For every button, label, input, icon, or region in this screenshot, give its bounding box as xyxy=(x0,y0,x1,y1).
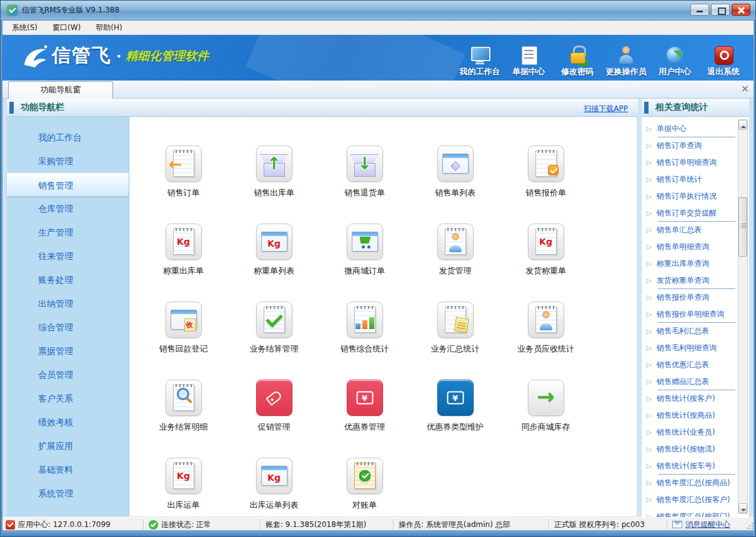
close-button[interactable] xyxy=(732,4,750,16)
settlement-detail-magnifier-icon xyxy=(166,380,202,416)
grid-item-sales-order[interactable]: ← 销售订单 xyxy=(138,145,229,224)
triangle-marker-icon: ▷ xyxy=(642,327,657,335)
sidebar-item-purchase[interactable]: 采购管理 xyxy=(7,149,129,173)
query-link[interactable]: ▷ 销售统计(业务员) xyxy=(642,424,749,441)
shipment-weighing-kg-icon: Kg xyxy=(528,224,564,260)
tab-strip: 功能导航窗 xyxy=(1,81,755,99)
grid-item-settlement-management[interactable]: 业务结算管理 xyxy=(229,302,319,380)
grid-item-label: 销售报价单 xyxy=(525,187,566,199)
query-link[interactable]: ▷ 销售单汇总表 xyxy=(642,222,749,239)
grid-item-salesman-receivable[interactable]: 业务员应收统计 xyxy=(500,302,591,380)
tool-change-password[interactable]: 修改密码 xyxy=(553,45,602,77)
query-link[interactable]: ▷ 销售单明细查询 xyxy=(642,239,749,255)
sidebar-item-bills[interactable]: 票据管理 xyxy=(7,339,129,363)
grid-item-weighing-list[interactable]: Kg 称重单列表 xyxy=(229,224,319,302)
grid-item-coupon-type[interactable]: ¥ 优惠券类型维护 xyxy=(410,380,500,458)
sidebar-item-warehouse[interactable]: 仓库管理 xyxy=(7,197,129,220)
resize-grip[interactable] xyxy=(746,522,754,530)
grid-item-settlement-detail[interactable]: 业务结算明细 xyxy=(138,380,229,458)
query-link[interactable]: ▷ 销售订单统计 xyxy=(642,171,749,188)
grid-item-sales-statistics[interactable]: 销售综合统计 xyxy=(319,302,410,380)
query-link[interactable]: ▷ 称重出库单查询 xyxy=(642,255,749,272)
scan-download-app-link[interactable]: 扫描下载APP xyxy=(584,104,628,114)
tab-label: 功能导航窗 xyxy=(41,85,81,94)
grid-item-sales-outbound[interactable]: ↑ 销售出库单 xyxy=(229,145,319,224)
query-link[interactable]: ▷ 销售统计(按客户) xyxy=(642,390,749,407)
grid-item-coupon-management[interactable]: ¥ 优惠券管理 xyxy=(319,380,410,458)
tool-document-center[interactable]: 单据中心 xyxy=(504,45,553,77)
grid-item-sales-return[interactable]: ↓ 销售退货单 xyxy=(319,145,410,224)
sidebar-item-system[interactable]: 系统管理 xyxy=(7,481,129,505)
menu-window[interactable]: 窗口(W) xyxy=(45,21,88,35)
grid-item-sales-quotation[interactable]: 销售报价单 xyxy=(500,145,591,224)
query-link[interactable]: ▷ 销售报价单查询 xyxy=(642,289,749,306)
query-link[interactable]: ▷ 销售报价单明细查询 xyxy=(642,306,749,323)
message-center-link[interactable]: 消息提醒中心 xyxy=(685,520,730,530)
nav-panel-title: 功能导航栏 xyxy=(21,102,64,113)
sidebar-item-basic-data[interactable]: 基础资料 xyxy=(7,458,129,481)
sidebar-item-production[interactable]: 生产管理 xyxy=(7,220,129,244)
restore-button[interactable] xyxy=(711,4,730,16)
menu-help[interactable]: 帮助(H) xyxy=(88,21,129,35)
sidebar-item-transactions[interactable]: 往来管理 xyxy=(7,244,129,268)
tool-my-workbench[interactable]: 我的工作台 xyxy=(455,45,504,77)
tabstrip-close-icon[interactable] xyxy=(741,85,749,93)
sidebar-item-accounting[interactable]: 账务处理 xyxy=(7,268,129,292)
query-link[interactable]: ▷ 销售毛利汇总表 xyxy=(642,323,749,340)
grid-item-payment-registration[interactable]: 收 销售回款登记 xyxy=(138,302,229,380)
grid-item-shipment-management[interactable]: 发货管理 xyxy=(410,224,500,302)
grid-item-business-summary[interactable]: 业务汇总统计 xyxy=(410,302,500,380)
sidebar-item-membership[interactable]: 会员管理 xyxy=(7,363,129,387)
tool-switch-operator[interactable]: 更换操作员 xyxy=(602,45,650,77)
sidebar-item-comprehensive[interactable]: 综合管理 xyxy=(7,315,129,339)
query-link[interactable]: ▷ 销售赠品汇总表 xyxy=(642,373,749,390)
query-link[interactable]: ▷ 销售毛利明细查询 xyxy=(642,340,749,357)
query-link[interactable]: ▷ 销售优惠汇总表 xyxy=(642,357,749,373)
icon-badge xyxy=(266,390,282,406)
icon-badge: Kg xyxy=(257,458,292,493)
grid-item-shipment-weighing[interactable]: Kg 发货称重单 xyxy=(500,224,591,302)
grid-item-sales-order-list[interactable]: 销售单列表 xyxy=(410,145,500,224)
query-link[interactable]: ▷ 销售订单明细查询 xyxy=(642,154,749,171)
grid-item-outbound-waybill[interactable]: Kg 出库运单 xyxy=(138,458,229,516)
scrollbar-thumb[interactable] xyxy=(739,197,747,257)
sidebar-item-customer-relations[interactable]: 客户关系 xyxy=(7,387,129,410)
grid-item-promotion-management[interactable]: 促销管理 xyxy=(229,380,319,458)
grid-item-micro-mall-order[interactable]: 微商城订单 xyxy=(319,224,410,302)
query-link-label: 销售毛利明细查询 xyxy=(657,343,717,353)
sidebar-item-performance[interactable]: 绩效考核 xyxy=(7,410,129,434)
query-link[interactable]: ▷ 销售年度汇总(按部门) xyxy=(642,508,749,517)
outbound-waybill-kg-icon: Kg xyxy=(166,458,202,494)
window-controls xyxy=(690,4,750,16)
query-link-label: 销售年度汇总(按商品) xyxy=(657,478,730,488)
sidebar-item-label: 票据管理 xyxy=(38,346,73,356)
query-link[interactable]: ▷ 单据中心 xyxy=(642,121,749,137)
query-panel-scrollbar[interactable] xyxy=(738,119,748,514)
grid-item-sync-mall-inventory[interactable]: → 同步商城库存 xyxy=(500,380,591,458)
tool-user-center[interactable]: 用户中心 xyxy=(650,45,699,77)
query-link[interactable]: ▷ 销售统计(按商品) xyxy=(642,407,749,424)
query-link[interactable]: ▷ 销售统计(按物流) xyxy=(642,441,749,458)
minimize-button[interactable] xyxy=(690,4,709,16)
query-link[interactable]: ▷ 销售年度汇总(按商品) xyxy=(642,475,749,491)
tab-function-navigation[interactable]: 功能导航窗 xyxy=(8,81,113,99)
grid-item-outbound-waybill-list[interactable]: Kg 出库运单列表 xyxy=(229,458,319,516)
query-link[interactable]: ▷ 销售年度汇总(按客户) xyxy=(642,491,749,508)
grid-item-weighing-outbound[interactable]: Kg 称重出库单 xyxy=(138,224,229,302)
grid-item-statement[interactable]: 对账单 xyxy=(319,458,410,516)
query-link[interactable]: ▷ 销售订单交货提醒 xyxy=(642,205,749,222)
sales-outbound-box-icon: ↑ xyxy=(256,145,292,182)
sidebar-item-sales[interactable]: 销售管理 xyxy=(7,173,129,197)
sidebar-item-my-workbench[interactable]: 我的工作台 xyxy=(7,126,129,149)
menu-system[interactable]: 系统(S) xyxy=(4,21,45,35)
sidebar-item-extensions[interactable]: 扩展应用 xyxy=(7,434,129,458)
query-link[interactable]: ▷ 销售统计(按车号) xyxy=(642,458,749,475)
scroll-down-icon[interactable] xyxy=(739,503,747,513)
scroll-up-icon[interactable] xyxy=(739,120,747,130)
query-link[interactable]: ▷ 销售订单执行情况 xyxy=(642,188,749,205)
sidebar-item-cashier[interactable]: 出纳管理 xyxy=(7,292,129,315)
query-link[interactable]: ▷ 发货称重单查询 xyxy=(642,272,749,289)
query-link[interactable]: ▷ 销售订单查询 xyxy=(642,137,749,154)
icon-badge xyxy=(529,302,564,337)
tool-exit-system[interactable]: 退出系统 xyxy=(699,45,748,77)
